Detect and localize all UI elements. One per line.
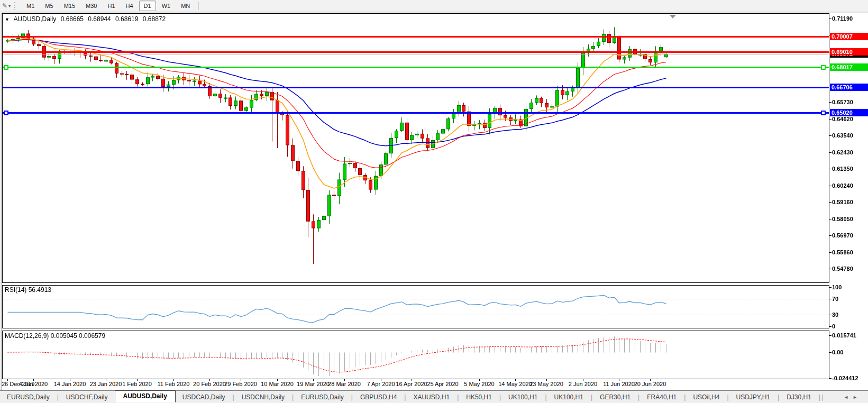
ohlc-close: 0.68872 bbox=[143, 15, 166, 23]
price-tick-label: 0.58050 bbox=[832, 215, 853, 223]
chart-title: ▼ AUDUSD,Daily 0.68665 0.68944 0.68619 0… bbox=[5, 15, 168, 23]
tab-scroll-right-icon[interactable]: ► bbox=[853, 395, 862, 400]
tab-scroll-arrows: ◄► bbox=[844, 395, 868, 400]
date-label: 16 Apr 2020 bbox=[396, 381, 427, 387]
macd-panel-canvas[interactable] bbox=[2, 331, 829, 379]
draw-tool-icon[interactable]: ✎ bbox=[0, 2, 8, 10]
chart-tab-gbpusd-h4[interactable]: GBPUSD,H4 bbox=[353, 391, 404, 403]
date-label: 11 Jun 2020 bbox=[603, 381, 635, 387]
chart-tab-usdjpy-h1[interactable]: USDJPY,H1 bbox=[729, 391, 777, 403]
rsi-tick-label: 100 bbox=[832, 283, 842, 291]
chart-tab-dj30-h1[interactable]: DJ30,H1 bbox=[780, 391, 818, 403]
macd-tick-label: 0.015741 bbox=[832, 332, 856, 339]
chart-symbol: AUDUSD,Daily bbox=[14, 15, 57, 23]
date-label: 4 Jan 2020 bbox=[19, 381, 48, 387]
timeframe-button-w1[interactable]: W1 bbox=[157, 1, 176, 11]
ohlc-high: 0.68944 bbox=[88, 15, 111, 23]
date-label: 7 Apr 2020 bbox=[367, 381, 395, 387]
date-label: 19 Mar 2020 bbox=[297, 381, 330, 387]
chart-shift-marker-icon[interactable] bbox=[670, 15, 676, 19]
chart-tab-usdcad-daily[interactable]: USDCAD,Daily bbox=[176, 391, 232, 403]
price-tick-label: 0.60240 bbox=[832, 182, 853, 189]
toolbar-separator bbox=[198, 2, 199, 10]
timeframe-button-h1[interactable]: H1 bbox=[103, 1, 120, 11]
level-price-badge: 0.70007 bbox=[830, 33, 868, 40]
level-price-badge: 0.65020 bbox=[830, 109, 868, 116]
timeframe-button-mn[interactable]: MN bbox=[176, 1, 195, 11]
top-toolbar: ✎ ▾ M1M5M15M30H1H4D1W1MN bbox=[0, 0, 868, 12]
date-label: 23 Jan 2020 bbox=[90, 381, 122, 387]
ohlc-low: 0.68619 bbox=[115, 15, 138, 23]
price-tick-label: 0.55860 bbox=[832, 249, 853, 256]
price-tick-label: 0.59160 bbox=[832, 198, 853, 206]
rsi-panel-canvas[interactable] bbox=[2, 285, 829, 328]
chart-tab-usdchf-daily[interactable]: USDCHF,Daily bbox=[59, 391, 115, 403]
chart-tab-fra40-h1[interactable]: FRA40,H1 bbox=[640, 391, 683, 403]
tab-scroll-left-icon[interactable]: ◄ bbox=[844, 395, 853, 400]
macd-tick-label: -0.024412 bbox=[832, 374, 858, 382]
timeframe-button-m15[interactable]: M15 bbox=[59, 1, 80, 11]
chart-tab-ger30-h1[interactable]: GER30,H1 bbox=[593, 391, 637, 403]
date-label: 29 Feb 2020 bbox=[224, 381, 257, 387]
timeframe-button-m30[interactable]: M30 bbox=[81, 1, 102, 11]
chart-tab-bar: EURUSD,Daily|USDCHF,DailyAUDUSD,DailyUSD… bbox=[0, 390, 868, 403]
price-tick-label: 0.61350 bbox=[832, 165, 853, 172]
timeframe-button-m1[interactable]: M1 bbox=[22, 1, 39, 11]
chart-title-caret-icon[interactable]: ▼ bbox=[5, 17, 10, 22]
rsi-tick-label: 30 bbox=[832, 311, 838, 318]
date-label: 5 May 2020 bbox=[464, 381, 494, 387]
chart-tab-uk100-h1[interactable]: UK100,H1 bbox=[547, 391, 590, 403]
toolbar-grip[interactable] bbox=[14, 2, 17, 10]
date-label: 10 Mar 2020 bbox=[261, 381, 294, 387]
date-label: 14 May 2020 bbox=[498, 381, 532, 387]
tab-separator: | bbox=[821, 393, 824, 401]
timeframe-button-d1[interactable]: D1 bbox=[139, 1, 156, 11]
chart-tab-eurusd-daily[interactable]: EURUSD,Daily bbox=[294, 391, 351, 403]
rsi-label: RSI(14) 56.4913 bbox=[5, 286, 51, 294]
timeframe-buttons: M1M5M15M30H1H4D1W1MN bbox=[21, 1, 195, 11]
chart-tab-audusd-daily[interactable]: AUDUSD,Daily bbox=[115, 390, 176, 402]
price-tick-label: 0.56970 bbox=[832, 232, 853, 239]
date-label: 1 Feb 2020 bbox=[122, 381, 152, 387]
date-label: 14 Jan 2020 bbox=[54, 381, 86, 387]
date-label: 20 Feb 2020 bbox=[193, 381, 226, 387]
price-tick-label: 0.54780 bbox=[832, 265, 853, 272]
timeframe-button-m5[interactable]: M5 bbox=[40, 1, 58, 11]
ohlc-open: 0.68665 bbox=[61, 15, 84, 23]
price-tick-label: 0.65730 bbox=[832, 98, 853, 106]
dropdown-caret-icon[interactable]: ▾ bbox=[8, 4, 11, 8]
chart-tab-usoil-h4[interactable]: USOil,H4 bbox=[686, 391, 726, 403]
price-tick-label: 0.62430 bbox=[832, 149, 853, 156]
timeframe-button-h4[interactable]: H4 bbox=[121, 1, 138, 11]
date-label: 23 May 2020 bbox=[529, 381, 563, 387]
rsi-tick-label: 0 bbox=[832, 323, 835, 330]
date-label: 25 Apr 2020 bbox=[427, 381, 458, 387]
price-tick-label: 0.63540 bbox=[832, 132, 853, 139]
macd-label: MACD(12,26,9) 0.005045 0.006579 bbox=[5, 332, 105, 340]
chart-tab-usdcnh-daily[interactable]: USDCNH,Daily bbox=[235, 391, 291, 403]
date-label: 20 Jun 2020 bbox=[634, 381, 666, 387]
chart-tab-uk100-h1[interactable]: UK100,H1 bbox=[501, 391, 544, 403]
rsi-tick-label: 70 bbox=[832, 295, 838, 303]
level-price-badge: 0.69010 bbox=[830, 48, 868, 56]
date-label: 2 Jun 2020 bbox=[569, 381, 597, 387]
chart-tab-xauusd-h1[interactable]: XAUUSD,H1 bbox=[406, 391, 456, 403]
macd-tick-label: 0.00 bbox=[832, 349, 843, 356]
chart-tab-hk50-h1[interactable]: HK50,H1 bbox=[459, 391, 499, 403]
level-price-badge: 0.66706 bbox=[830, 84, 868, 91]
date-label: 28 Mar 2020 bbox=[328, 381, 361, 387]
level-price-badge: 0.68017 bbox=[830, 63, 868, 71]
date-label: 11 Feb 2020 bbox=[158, 381, 190, 387]
chart-tab-eurusd-daily[interactable]: EURUSD,Daily bbox=[0, 391, 57, 403]
main-chart-canvas[interactable] bbox=[2, 13, 829, 283]
price-tick-label: 0.71190 bbox=[832, 15, 853, 22]
